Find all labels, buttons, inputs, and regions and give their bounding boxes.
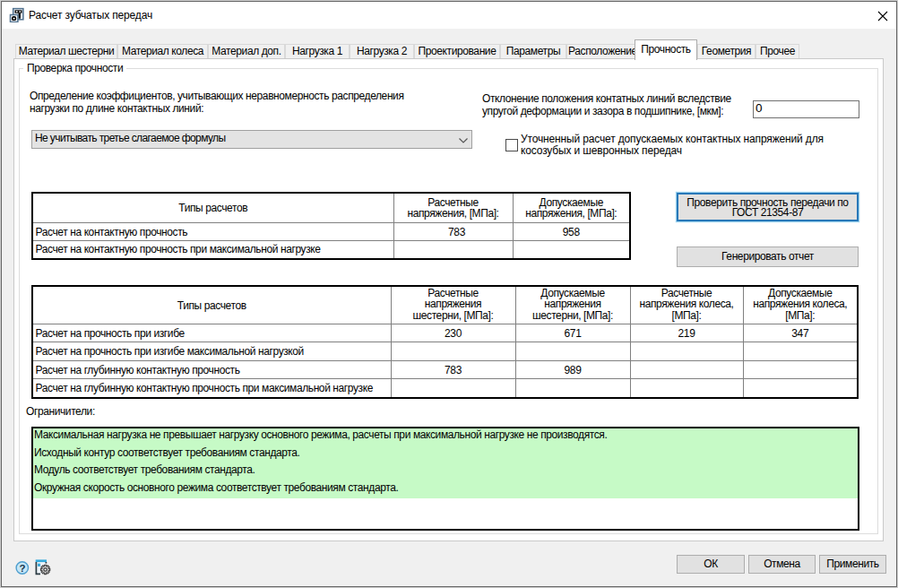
svg-text:?: ? bbox=[19, 563, 25, 574]
